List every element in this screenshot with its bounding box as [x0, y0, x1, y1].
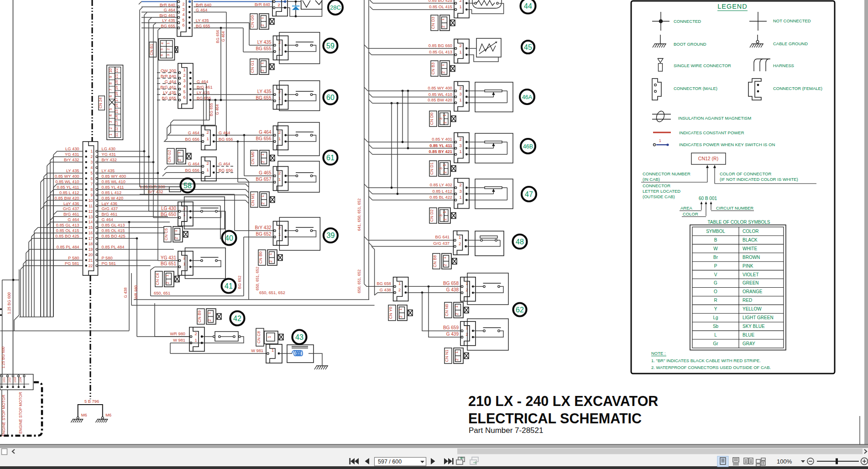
svg-text:W 981: W 981 — [251, 348, 263, 353]
svg-text:21: 21 — [114, 74, 119, 79]
svg-text:BG 656: BG 656 — [219, 137, 233, 142]
svg-text:CN N1: CN N1 — [444, 349, 449, 362]
svg-text:YG 431: YG 431 — [102, 152, 116, 157]
svg-text:SKY BLUE: SKY BLUE — [743, 324, 765, 329]
svg-text:PG 581: PG 581 — [65, 261, 79, 266]
svg-text:0.85 OL 415: 0.85 OL 415 — [56, 228, 79, 233]
svg-text:CN C8: CN C8 — [256, 331, 261, 343]
svg-text:1: 1 — [278, 136, 281, 141]
svg-text:5: 5 — [183, 17, 185, 22]
svg-text:1: 1 — [398, 308, 403, 311]
svg-text:48: 48 — [516, 238, 524, 246]
svg-text:GREEN: GREEN — [743, 280, 759, 285]
svg-text:CN C6: CN C6 — [155, 273, 160, 285]
svg-text:3: 3 — [183, 7, 185, 12]
svg-text:1: 1 — [195, 337, 197, 343]
svg-text:ORANGE: ORANGE — [743, 289, 763, 294]
svg-text:6: 6 — [160, 54, 164, 56]
svg-text:BG 652: BG 652 — [256, 232, 272, 237]
svg-text:NOT CONNECTED: NOT CONNECTED — [773, 18, 811, 23]
svg-text:B: B — [714, 237, 717, 242]
svg-text:CN G0: CN G0 — [250, 15, 255, 28]
svg-text:BrG 461: BrG 461 — [197, 85, 213, 90]
svg-text:1: 1 — [174, 230, 178, 232]
svg-text:1: 1 — [177, 152, 182, 154]
svg-text:G 464: G 464 — [219, 131, 230, 135]
svg-text:15: 15 — [89, 225, 93, 230]
svg-text:0.85 BW 420: 0.85 BW 420 — [55, 196, 79, 200]
svg-text:650, 651: 650, 651 — [154, 291, 170, 295]
svg-text:Y: Y — [714, 306, 717, 311]
svg-text:2: 2 — [183, 1, 185, 6]
svg-text:CN N0: CN N0 — [444, 304, 449, 316]
svg-text:CN B0: CN B0 — [258, 252, 263, 264]
svg-text:2: 2 — [441, 26, 445, 28]
svg-text:3: 3 — [183, 78, 186, 83]
svg-text:1: 1 — [260, 62, 265, 64]
svg-text:100%: 100% — [777, 458, 792, 465]
svg-text:BG 651: BG 651 — [161, 261, 176, 266]
svg-text:2: 2 — [443, 218, 447, 221]
svg-text:HARNESS: HARNESS — [773, 63, 794, 68]
svg-text:103: 103 — [13, 377, 17, 383]
svg-text:BOOT GROUND: BOOT GROUND — [674, 42, 706, 47]
svg-text:2: 2 — [455, 358, 459, 361]
svg-text:1: 1 — [659, 138, 661, 143]
svg-text:BrY 432: BrY 432 — [255, 225, 272, 230]
svg-text:3: 3 — [460, 91, 462, 96]
svg-text:2: 2 — [260, 69, 265, 72]
svg-text:CONNECTOR (FEMALE): CONNECTOR (FEMALE) — [773, 86, 822, 91]
svg-text:1: 1 — [460, 149, 462, 154]
svg-text:LY 435: LY 435 — [196, 18, 209, 23]
svg-text:0.85 BW 420: 0.85 BW 420 — [428, 98, 452, 102]
svg-text:2: 2 — [466, 332, 468, 337]
svg-text:BG 658: BG 658 — [376, 281, 391, 286]
svg-text:0.85 L 412: 0.85 L 412 — [59, 190, 79, 195]
svg-text:GrG 437: GrG 437 — [63, 206, 79, 211]
svg-text:42: 42 — [233, 315, 241, 322]
svg-text:2: 2 — [459, 241, 461, 246]
svg-text:G 438: G 438 — [446, 287, 459, 292]
svg-text:2: 2 — [460, 0, 462, 3]
svg-text:2: 2 — [195, 331, 197, 336]
svg-text:O: O — [714, 289, 717, 294]
svg-text:P: P — [714, 263, 717, 269]
svg-text:3: 3 — [460, 143, 462, 148]
svg-text:1: 1 — [441, 18, 445, 21]
svg-text:1: 1 — [443, 211, 447, 213]
svg-text:R: R — [714, 298, 717, 303]
svg-text:3: 3 — [166, 54, 170, 56]
svg-text:G 464: G 464 — [197, 79, 208, 84]
svg-text:Br: Br — [713, 255, 718, 260]
svg-text:0.85 L 412: 0.85 L 412 — [432, 189, 452, 194]
svg-text:2: 2 — [278, 130, 281, 135]
svg-text:SINGLE WIRE CONNECTOR: SINGLE WIRE CONNECTOR — [674, 63, 731, 68]
svg-text:Sb: Sb — [713, 324, 719, 329]
svg-text:3: 3 — [91, 160, 93, 164]
svg-text:2: 2 — [207, 319, 212, 321]
svg-text:597 / 600: 597 / 600 — [378, 458, 402, 465]
svg-text:VIOLET: VIOLET — [743, 272, 759, 277]
svg-text:BrG 461: BrG 461 — [63, 212, 79, 216]
svg-text:2: 2 — [278, 170, 281, 175]
svg-text:YG 431: YG 431 — [161, 255, 176, 260]
svg-text:BrR 840: BrR 840 — [160, 3, 175, 7]
svg-text:BG 656: BG 656 — [185, 137, 199, 142]
svg-text:2: 2 — [460, 43, 462, 48]
svg-text:16: 16 — [114, 103, 119, 108]
svg-text:G 464: G 464 — [102, 217, 113, 222]
svg-text:2: 2 — [466, 287, 468, 292]
svg-text:BG 658: BG 658 — [443, 281, 459, 286]
svg-text:G 464: G 464 — [68, 217, 79, 222]
svg-text:CONNECTED: CONNECTED — [674, 19, 701, 24]
svg-text:G 464: G 464 — [196, 8, 207, 12]
svg-text:(IF NOT INDICATED COLOR IS WHI: (IF NOT INDICATED COLOR IS WHITE) — [720, 177, 798, 182]
svg-text:17: 17 — [114, 97, 119, 102]
svg-text:G 464: G 464 — [188, 131, 199, 135]
svg-text:0.85 LY 402: 0.85 LY 402 — [430, 183, 452, 187]
svg-text:210 LX - 240 LX EXCAVATOR: 210 LX - 240 LX EXCAVATOR — [468, 393, 658, 409]
svg-text:3: 3 — [439, 167, 443, 169]
svg-text:LgY 436: LgY 436 — [102, 201, 117, 206]
svg-text:1: 1 — [459, 235, 461, 240]
svg-text:0.85 YL 411: 0.85 YL 411 — [102, 185, 124, 190]
